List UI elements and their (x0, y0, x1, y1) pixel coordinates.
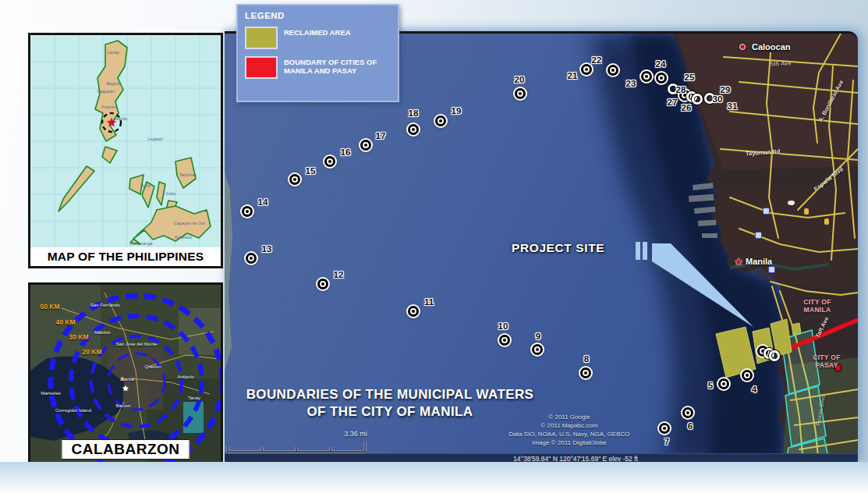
cal-city-malolos: Malolos (94, 330, 111, 335)
city-dot-icon (739, 44, 746, 50)
philippines-artwork (30, 35, 221, 247)
boundary-point-5-marker[interactable] (718, 378, 729, 389)
phil-city-manila: Manila (115, 116, 127, 121)
boundary-point-23-marker[interactable] (641, 71, 652, 82)
ring-label-50km: 50 KM (40, 303, 59, 311)
poi-icon (755, 232, 762, 239)
ring-label-30km: 30 KM (69, 333, 88, 341)
city-label-caloocan: Caloocan (752, 42, 791, 51)
phil-city-angeles: Angeles (101, 105, 117, 109)
poi-icon (788, 201, 795, 205)
phil-city-laoag: Laoag (107, 50, 119, 55)
boundary-point-16-label: 16 (341, 147, 351, 157)
map-attribution: © 2011 Google© 2011 Mapabc.comData SIO, … (499, 413, 639, 447)
phil-city-cagayan de oro: Cagayan de Oro (174, 221, 205, 225)
boundary-point-6-label: 6 (688, 421, 693, 431)
legend-title: LEGEND (245, 11, 391, 20)
boundary-point-13-label: 13 (262, 244, 272, 254)
boundary-point-4-marker[interactable] (742, 370, 753, 381)
boundary-point-14-marker[interactable] (242, 206, 253, 217)
manila-star-icon: ★ (734, 256, 743, 268)
boundary-point-12-marker[interactable] (317, 279, 328, 289)
phil-city-baguio: Baguio (106, 81, 119, 86)
boundary-point-31-label: 31 (728, 101, 738, 111)
map-title-line1: BOUNDARIES OF THE MUNICIPAL WATERS (231, 386, 549, 403)
boundary-point-4-label: 4 (752, 385, 756, 394)
boundary-point-9-label: 9 (536, 332, 540, 341)
legend-item-boundary: BOUNDARY OF CITIES OF MANILA AND PASAY (245, 56, 391, 79)
ring-label-20km: 20 KM (82, 348, 101, 356)
phil-city-legaspi: Legaspi (147, 137, 162, 141)
boundary-point-8-label: 8 (584, 354, 589, 364)
boundary-point-23-label: 23 (626, 79, 636, 88)
boundary-point-15-marker[interactable] (289, 174, 300, 185)
boundary-point-7-marker[interactable] (659, 423, 670, 434)
boundary-point-27-label: 27 (668, 98, 678, 107)
boundary-point-26-label: 26 (682, 103, 692, 112)
ring-label-40km: 40 KM (55, 318, 75, 326)
boundary-point-24-marker[interactable] (656, 73, 667, 83)
boundary-point-14-label: 14 (258, 197, 268, 207)
legend-item-label: RECLAIMED AREA (284, 27, 351, 37)
boundary-point-7-label: 7 (664, 437, 669, 446)
boundary-point-11-marker[interactable] (408, 306, 419, 317)
boundary-point-15-label: 15 (306, 166, 316, 176)
boundary-point-8-marker[interactable] (580, 367, 591, 378)
boundary-point-29-label: 29 (721, 85, 731, 94)
inset-map-philippines[interactable]: LaoagBaguioDagupanAngelesManilaLegaspiTa… (28, 33, 223, 268)
boundary-point-13-marker[interactable] (246, 253, 257, 264)
boundary-point-20-marker[interactable] (515, 88, 526, 99)
cal-city-quezon: Quezon (144, 364, 161, 369)
reclaimed-area-swatch (245, 27, 278, 49)
phil-city-kotabato: Kotabato (175, 235, 192, 240)
legend-item-reclaimed: RECLAIMED AREA (245, 27, 391, 49)
cal-city-mariveles: Mariveles (41, 391, 61, 396)
attribution-line: © 2011 Google (499, 413, 639, 421)
boundary-point-17-label: 17 (376, 131, 386, 140)
cal-city-manila: Manila (120, 377, 134, 382)
boundary-point-6-marker[interactable] (682, 407, 693, 418)
poi-icon (824, 218, 829, 225)
scale-label: 3.36 mi (328, 430, 384, 438)
boundary-point-16-marker[interactable] (324, 156, 335, 167)
boundary-point-20-label: 20 (515, 75, 525, 84)
boundary-point-12-label: 12 (334, 270, 344, 279)
boundary-point-22-marker[interactable] (608, 65, 618, 76)
boundary-point-18-marker[interactable] (408, 124, 419, 135)
boundary-point-10-label: 10 (498, 321, 508, 331)
city-label-manila: Manila (746, 257, 772, 266)
boundary-point-18-label: 18 (409, 108, 419, 118)
boundary-marker-x2-marker[interactable] (769, 350, 780, 361)
boundary-point-10-marker[interactable] (499, 335, 510, 346)
boundary-point-17-marker[interactable] (360, 140, 371, 151)
calabarzon-inset-title: CALABARZON (61, 439, 190, 460)
boundary-point-21-marker[interactable] (581, 64, 592, 75)
boundary-point-19-label: 19 (452, 106, 462, 115)
slide-canvas: PROJECT SITE BOUNDARIES OF THE MUNICIPAL… (0, 0, 868, 497)
boundary-point-22-label: 22 (592, 55, 602, 65)
poi-icon (804, 208, 809, 215)
inset-map-calabarzon[interactable]: San FernandoMalolosSan Jose del MonteQue… (28, 282, 223, 467)
cal-city-bacoor: Bacoor (115, 403, 130, 408)
zone-label: CITY OF PASAY (813, 354, 840, 370)
phil-city-tacloban: Tacloban (179, 172, 197, 177)
boundary-point-9-marker[interactable] (532, 344, 543, 355)
legend-panel[interactable]: LEGEND RECLAIMED AREA BOUNDARY OF CITIES… (236, 4, 399, 102)
attribution-line: © 2011 Mapabc.com (499, 421, 639, 430)
boundary-marker-x4-marker[interactable] (692, 94, 703, 105)
phil-city-cebu: Cebu (165, 191, 175, 196)
zone-label: CITY OF MANILA (803, 299, 831, 314)
cal-city-antipolo: Antipolo (177, 375, 194, 379)
boundary-point-30-label: 30 (713, 94, 723, 104)
boundary-point-5-label: 5 (708, 381, 713, 390)
boundary-point-28-label: 28 (676, 85, 686, 94)
cal-city-tanay: Tanay (188, 396, 200, 400)
boundary-point-25-label: 25 (685, 73, 695, 82)
boundary-point-19-marker[interactable] (435, 115, 446, 126)
legend-item-label: BOUNDARY OF CITIES OF MANILA AND PASAY (284, 56, 391, 76)
phil-city-zamboanga: Zamboanga (129, 241, 152, 246)
phil-city-iloilo: Iloilo (141, 183, 150, 188)
boundary-point-11-label: 11 (424, 297, 434, 307)
project-site-label: PROJECT SITE (512, 241, 604, 255)
cal-city-corregidor island: Corregidor Island (55, 408, 91, 413)
